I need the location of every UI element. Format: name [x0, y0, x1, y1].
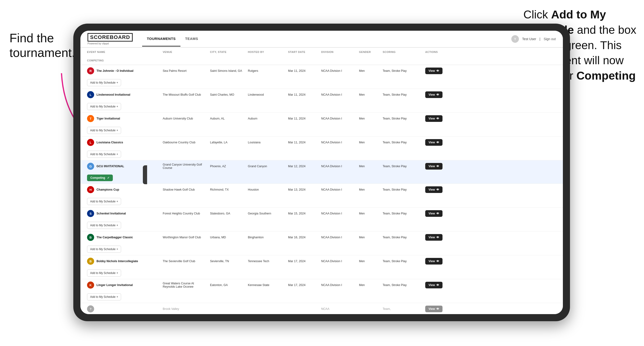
td-event: KLinger Longer Invitational	[85, 279, 161, 291]
table-header: EVENT NAME VENUE CITY, STATE HOSTED BY S…	[80, 48, 563, 65]
eye-icon: 👁	[436, 307, 439, 311]
td-division: NCAA Division I	[319, 138, 357, 147]
eye-icon: 👁	[436, 117, 439, 120]
td-date: Mar 11, 2024	[286, 67, 319, 75]
td-date: Mar 17, 2024	[286, 281, 319, 289]
add-to-schedule-button[interactable]: Add to My Schedule +	[87, 127, 121, 134]
td-gender: Men	[357, 91, 381, 99]
td-actions: View 👁	[423, 256, 471, 267]
view-button[interactable]: View 👁	[425, 282, 442, 288]
logo-area: SCOREBOARD Powered by clippd	[88, 33, 133, 45]
td-scoring: Team, Stroke Play	[381, 91, 423, 99]
td-city: Auburn, AL	[208, 115, 246, 123]
team-logo: ?	[87, 305, 94, 313]
team-logo: T	[87, 115, 94, 122]
td-venue: Sea Palms Resort	[161, 67, 208, 75]
eye-icon: 👁	[436, 260, 439, 263]
td-gender: Men	[357, 281, 381, 289]
event-name: Lindenwood Invitational	[96, 93, 130, 96]
td-competing: Add to My Schedule +	[85, 291, 161, 303]
side-handle	[143, 165, 147, 184]
td-city: Urbana, MD	[208, 233, 246, 241]
team-logo: L	[87, 91, 94, 98]
td-competing: Add to My Schedule +	[85, 101, 161, 112]
td-division: NCAA Division I	[319, 209, 357, 217]
td-scoring: Team,	[381, 305, 423, 313]
td-actions: View 👁	[423, 65, 471, 77]
event-name: GCU INVITATIONAL	[96, 165, 124, 168]
td-date: Mar 11, 2024	[286, 91, 319, 99]
td-venue: Great Waters Course At Reynolds Lake Oco…	[161, 279, 208, 291]
td-hosted: Georgia Southern	[246, 209, 286, 217]
add-to-schedule-button[interactable]: Add to My Schedule +	[87, 103, 121, 110]
table-row: KLinger Longer InvitationalGreat Waters …	[80, 279, 563, 303]
view-button[interactable]: View 👁	[425, 210, 442, 217]
td-competing: Add to My Schedule +	[85, 267, 161, 279]
logo: SCOREBOARD	[88, 33, 133, 42]
plus-icon: +	[116, 81, 118, 84]
td-competing: Add to My Schedule +	[85, 77, 161, 89]
table-row: LLouisiana ClassicsOakbourne Country Clu…	[80, 137, 563, 160]
td-date: Mar 11, 2024	[286, 138, 319, 147]
td-division: NCAA Division I	[319, 281, 357, 289]
team-logo: L	[87, 139, 94, 146]
view-button[interactable]: View 👁	[425, 306, 442, 312]
td-gender: Men	[357, 162, 381, 170]
add-to-schedule-button[interactable]: Add to My Schedule +	[87, 79, 121, 86]
eye-icon: 👁	[436, 93, 439, 96]
view-button[interactable]: View 👁	[425, 68, 442, 74]
col-gender: GENDER	[357, 48, 381, 56]
td-scoring: Team, Stroke Play	[381, 115, 423, 123]
tablet-screen: SCOREBOARD Powered by clippd TOURNAMENTS…	[80, 31, 563, 314]
td-actions: View 👁	[423, 113, 471, 124]
event-name: Linger Longer Invitational	[96, 283, 133, 287]
td-actions: View 👁	[423, 137, 471, 148]
add-to-schedule-button[interactable]: Add to My Schedule +	[87, 246, 121, 253]
td-venue: Auburn University Club	[161, 115, 208, 123]
view-button[interactable]: View 👁	[425, 163, 442, 170]
col-hosted: HOSTED BY	[246, 48, 286, 56]
eye-icon: 👁	[436, 141, 439, 144]
add-to-schedule-button[interactable]: Add to My Schedule +	[87, 293, 121, 300]
td-division: NCAA Division I	[319, 67, 357, 75]
td-division: NCAA Division I	[319, 186, 357, 194]
add-to-schedule-button[interactable]: Add to My Schedule +	[87, 222, 121, 229]
td-date: Mar 12, 2024	[286, 162, 319, 170]
td-event: HChampions Cup	[85, 184, 161, 195]
td-venue: Grand Canyon University Golf Course	[161, 161, 208, 172]
table-body: RThe Johnnie - O IndividualSea Palms Res…	[80, 65, 563, 314]
td-date: Mar 11, 2024	[286, 115, 319, 123]
col-city: CITY, STATE	[208, 48, 246, 56]
td-division: NCAA Division I	[319, 233, 357, 241]
td-city: Statesboro, GA	[208, 209, 246, 217]
td-gender: Men	[357, 138, 381, 147]
event-name: Champions Cup	[96, 188, 119, 191]
add-to-schedule-button[interactable]: Add to My Schedule +	[87, 198, 121, 205]
view-button[interactable]: View 👁	[425, 258, 442, 265]
view-button[interactable]: View 👁	[425, 139, 442, 146]
eye-icon: 👁	[436, 69, 439, 72]
td-city: Saint Simons Island, GA	[208, 67, 246, 75]
view-button[interactable]: View 👁	[425, 115, 442, 122]
view-button[interactable]: View 👁	[425, 234, 442, 241]
eye-icon: 👁	[436, 283, 439, 287]
tab-tournaments[interactable]: TOURNAMENTS	[142, 31, 180, 46]
add-to-schedule-button[interactable]: Add to My Schedule +	[87, 151, 121, 158]
eye-icon: 👁	[436, 188, 439, 191]
table-row: TTiger InvitationalAuburn University Clu…	[80, 113, 563, 137]
tab-teams[interactable]: TEAMS	[180, 31, 203, 46]
td-hosted: Rutgers	[246, 67, 286, 75]
sign-out-link[interactable]: Sign out	[544, 37, 556, 41]
add-to-schedule-button[interactable]: Add to My Schedule +	[87, 269, 121, 277]
view-button[interactable]: View 👁	[425, 186, 442, 193]
td-city	[208, 307, 246, 311]
td-competing: Add to My Schedule +	[85, 219, 161, 231]
td-actions: View 👁	[423, 208, 471, 219]
table-row: GGCU INVITATIONALGrand Canyon University…	[80, 160, 563, 184]
td-date: Mar 16, 2024	[286, 233, 319, 241]
td-gender: Men	[357, 186, 381, 194]
competing-button[interactable]: Competing ✓	[87, 174, 113, 181]
td-event: RThe Johnnie - O Individual	[85, 65, 161, 77]
view-button[interactable]: View 👁	[425, 91, 442, 98]
td-scoring: Team, Stroke Play	[381, 257, 423, 265]
